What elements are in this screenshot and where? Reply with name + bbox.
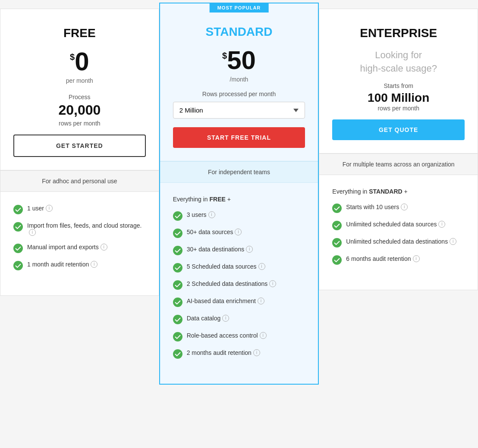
info-icon: i: [46, 205, 53, 212]
feature-text: 6 months audit retentioni: [346, 255, 419, 262]
feature-text: Role-based access controli: [187, 332, 267, 339]
svg-point-11: [173, 332, 182, 341]
plan-card-enterprise: ENTERPRISE Looking forhigh-scale usage? …: [319, 9, 478, 290]
enterprise-header: ENTERPRISE Looking forhigh-scale usage? …: [319, 9, 478, 154]
free-use-case: For adhoc and personal use: [0, 170, 159, 192]
svg-point-13: [332, 204, 342, 213]
free-price-dollar: $: [70, 52, 75, 62]
svg-point-4: [173, 211, 182, 221]
features-intro: Everything in STANDARD +: [332, 188, 465, 195]
feature-text: Unlimited scheduled data destinationsi: [346, 238, 456, 245]
feature-item: Role-based access controli: [173, 332, 305, 341]
enterprise-tagline: Looking forhigh-scale usage?: [332, 49, 465, 75]
feature-item: Import from files, feeds, and cloud stor…: [13, 222, 146, 236]
feature-text: 3 usersi: [187, 211, 215, 218]
standard-use-case: For independent teams: [160, 161, 318, 183]
feature-text: 1 useri: [27, 205, 53, 212]
feature-text: Data catalogi: [187, 315, 230, 322]
svg-point-9: [173, 298, 182, 307]
free-price-area: $ 0: [13, 49, 146, 75]
feature-text: AI-based data enrichmenti: [187, 298, 264, 304]
feature-text: Manual import and exportsi: [27, 244, 107, 251]
info-icon: i: [29, 229, 36, 236]
feature-item: Starts with 10 usersi: [332, 204, 465, 213]
enterprise-plan-name: ENTERPRISE: [332, 26, 465, 40]
feature-item: 30+ data destinationsi: [173, 246, 305, 255]
feature-item: 3 usersi: [173, 211, 305, 221]
standard-price-period: /month: [173, 76, 305, 83]
plan-card-free: FREE $ 0 per month Process 20,000 rows p…: [0, 9, 159, 296]
standard-price-area: $ 50: [173, 47, 305, 73]
feature-text: Unlimited scheduled data sourcesi: [346, 221, 445, 228]
feature-item: 5 Scheduled data sourcesi: [173, 263, 305, 273]
most-popular-badge: MOST POPULAR: [210, 3, 269, 13]
feature-text: Import from files, feeds, and cloud stor…: [27, 222, 146, 236]
feature-item: Unlimited scheduled data sourcesi: [332, 221, 465, 230]
standard-price-amount: 50: [227, 47, 256, 73]
standard-cta-button[interactable]: START FREE TRIAL: [173, 127, 305, 148]
svg-point-14: [332, 221, 342, 230]
free-price-period: per month: [13, 77, 146, 84]
free-plan-name: FREE: [13, 26, 146, 40]
svg-point-2: [13, 244, 23, 253]
feature-item: 1 useri: [13, 205, 146, 214]
info-icon: i: [253, 349, 260, 356]
info-icon: i: [258, 298, 264, 304]
rows-dropdown[interactable]: 1 Million 2 Million 5 Million 10 Million: [173, 102, 305, 119]
info-icon: i: [222, 315, 229, 322]
svg-point-0: [13, 205, 23, 214]
feature-text: 5 Scheduled data sourcesi: [187, 263, 265, 270]
info-icon: i: [260, 332, 267, 339]
info-icon: i: [413, 255, 420, 262]
feature-text: 1 month audit retentioni: [27, 261, 97, 268]
feature-text: 30+ data destinationsi: [187, 246, 253, 253]
enterprise-features: Everything in STANDARD + Starts with 10 …: [319, 175, 478, 290]
free-rows-count: 20,000: [13, 102, 146, 118]
feature-item: 50+ data sourcesi: [173, 229, 305, 238]
standard-price-dollar: $: [222, 51, 227, 61]
svg-point-8: [173, 280, 182, 290]
info-icon: i: [208, 211, 215, 218]
plan-card-standard: MOST POPULAR STANDARD $ 50 /month Rows p…: [159, 3, 319, 385]
free-rows-sublabel: rows per month: [13, 120, 146, 127]
info-icon: i: [450, 238, 456, 245]
info-icon: i: [91, 261, 97, 268]
info-icon: i: [269, 280, 276, 287]
enterprise-rows: 100 Million: [332, 91, 465, 105]
svg-point-7: [173, 263, 182, 273]
enterprise-rows-label: rows per month: [332, 105, 465, 112]
info-icon: i: [235, 229, 242, 235]
info-icon: i: [438, 221, 445, 228]
svg-point-3: [13, 261, 23, 270]
feature-item: Manual import and exportsi: [13, 244, 146, 253]
feature-item: 2 months audit retentioni: [173, 349, 305, 359]
pricing-container: FREE $ 0 per month Process 20,000 rows p…: [0, 9, 478, 385]
feature-item: 1 month audit retentioni: [13, 261, 146, 270]
feature-item: 6 months audit retentioni: [332, 255, 465, 265]
free-price-amount: 0: [75, 49, 89, 75]
svg-point-1: [13, 222, 23, 232]
info-icon: i: [101, 244, 107, 251]
enterprise-starts: Starts from: [332, 82, 465, 89]
feature-text: 50+ data sourcesi: [187, 229, 242, 235]
free-features: 1 useri Import from files, feeds, and cl…: [0, 192, 159, 295]
enterprise-use-case: For multiple teams across an organizatio…: [319, 154, 478, 175]
free-header: FREE $ 0 per month Process 20,000 rows p…: [0, 9, 159, 170]
svg-point-10: [173, 315, 182, 324]
info-icon: i: [246, 246, 253, 253]
features-intro: Everything in FREE +: [173, 196, 305, 203]
free-cta-button[interactable]: GET STARTED: [13, 135, 146, 157]
feature-item: 2 Scheduled data destinationsi: [173, 280, 305, 290]
feature-item: Data catalogi: [173, 315, 305, 324]
svg-point-15: [332, 238, 342, 247]
svg-point-16: [332, 255, 342, 265]
feature-item: AI-based data enrichmenti: [173, 298, 305, 307]
feature-text: 2 Scheduled data destinationsi: [187, 280, 277, 287]
standard-header: STANDARD $ 50 /month Rows processed per …: [160, 3, 318, 161]
feature-text: 2 months audit retentioni: [187, 349, 260, 356]
svg-point-6: [173, 246, 182, 255]
standard-features: Everything in FREE + 3 usersi 50+ data s…: [160, 183, 318, 384]
free-rows-label: Process: [13, 94, 146, 100]
enterprise-cta-button[interactable]: GET QUOTE: [332, 119, 465, 140]
info-icon: i: [401, 204, 408, 210]
